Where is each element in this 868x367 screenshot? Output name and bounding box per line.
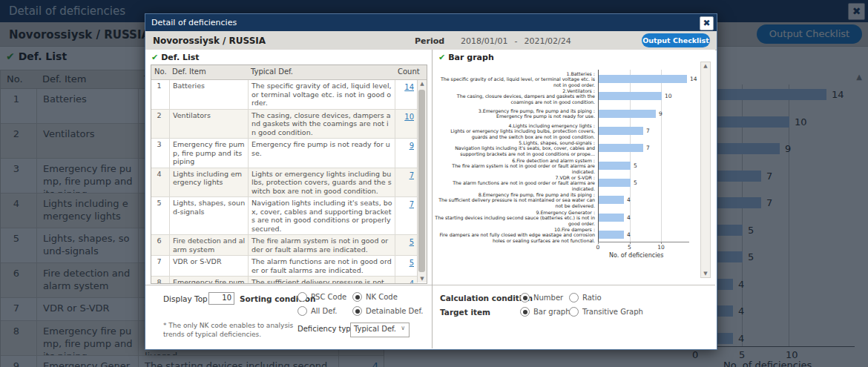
radio-label: Detainable Def. [366, 307, 423, 315]
count-link[interactable]: 5 [410, 238, 414, 246]
chart-bar [599, 196, 624, 204]
radio-number[interactable]: Number [520, 293, 563, 302]
cell-no: 1 [151, 80, 169, 109]
chart-bar-label-desc: The starting devices including second sa… [433, 215, 595, 226]
chart-bar-label-desc: Emergency fire pump is not ready for use… [433, 113, 595, 119]
period-start: 2018/01/01 [461, 36, 507, 46]
col-no: No. [151, 65, 169, 79]
dialog-close-button[interactable]: ✖ [700, 16, 714, 30]
chart-bar-value: 5 [634, 179, 637, 186]
radio-transitive-graph[interactable]: Transitive Graph [569, 307, 643, 317]
chart-bar-value: 5 [634, 162, 637, 169]
count-link[interactable]: 9 [410, 142, 414, 150]
scroll-thumb[interactable] [418, 90, 425, 272]
radio-psc-code[interactable]: PSC Code [297, 292, 346, 302]
count-link[interactable]: 10 [404, 113, 414, 121]
scroll-down-icon[interactable]: ▼ [418, 276, 427, 282]
def-list-panel: ✔Def. List No. Def. Item Typical Def. Co… [145, 50, 432, 348]
radio-button-icon [520, 307, 530, 317]
chart-bar-label-desc: Fire dampers are not fully closed with e… [433, 232, 595, 243]
chart-bar-label-desc: Lights or emergency lights including bul… [433, 128, 595, 139]
cell-count: 7 [395, 197, 418, 234]
count-link[interactable]: 14 [404, 83, 414, 91]
scroll-up-icon[interactable]: ▲ [701, 63, 710, 69]
chart-bar [599, 127, 643, 135]
radio-bar-graph[interactable]: Bar graph [520, 307, 571, 317]
period-label: Period [415, 36, 444, 46]
radio-detainable-def-[interactable]: Detainable Def. [352, 306, 423, 316]
cell-typical-def: Emergency fire pump is not ready for use… [248, 139, 395, 168]
detail-of-deficiencies-dialog: Detail of deficiencies ✖ Novorossiysk / … [145, 13, 717, 350]
def-table: No. Def. Item Typical Def. Count 1Batter… [151, 65, 427, 284]
radio-label: Ratio [582, 294, 602, 302]
cell-typical-def: The sufficient delivery pressure is not … [248, 277, 395, 284]
radio-all-def-[interactable]: All Def. [297, 306, 337, 316]
chart-bar [599, 179, 631, 187]
cell-no: 3 [151, 139, 169, 168]
cell-count: 9 [395, 139, 418, 168]
chevron-down-icon: ∨ [401, 325, 405, 331]
cell-no: 4 [151, 168, 169, 197]
cell-typical-def: The casing, closure devices, dampers and… [248, 110, 395, 139]
cell-no: 8 [151, 277, 169, 284]
def-list-title: ✔Def. List [151, 53, 200, 62]
chart-bar [599, 92, 662, 100]
radio-button-icon [569, 307, 579, 317]
cell-typical-def: Navigation lights including it's seats, … [248, 197, 395, 234]
cell-def-item: VDR or S-VDR [169, 256, 248, 276]
chart-bar-label-desc: Navigation lights including it's seats, … [433, 145, 595, 156]
graph-controls: Calculation condition NumberRatio Target… [433, 285, 715, 349]
deficiency-type-select[interactable]: Typical Def. ∨ [350, 323, 410, 337]
def-table-body: 1BatteriesThe specific gravity of acid, … [151, 80, 418, 284]
radio-button-icon [352, 292, 362, 302]
chart-bar-label: 1.Batteries :The specific gravity of aci… [433, 71, 595, 87]
chart-bar [599, 144, 643, 152]
port-title: Novorossiysk / RUSSIA [153, 36, 266, 46]
table-row: 6Fire detection and alarm systemThe fire… [151, 235, 418, 256]
radio-label: Transitive Graph [582, 308, 643, 316]
cell-no: 2 [151, 110, 169, 139]
chart-bar-label-title: 1.Batteries : [433, 71, 595, 76]
chart-bar-label-title: 10.Fire dampers : [433, 227, 595, 232]
chart-bar-label: 8.Emergency fire pump, fire pump and its… [433, 192, 595, 208]
scroll-down-icon[interactable]: ▼ [701, 271, 710, 277]
radio-label: Number [533, 294, 563, 302]
count-link[interactable]: 5 [410, 259, 414, 267]
radio-button-icon [569, 293, 579, 302]
chart-bar-label-title: 5.Lights, shapes, sound-signals : [433, 140, 595, 145]
list-controls: Display Top 10 Sorting condition PSC Cod… [145, 285, 432, 349]
cell-typical-def: Lights or emergency lights including bul… [248, 168, 395, 197]
table-row: 1BatteriesThe specific gravity of acid, … [151, 80, 418, 110]
cell-no: 6 [151, 235, 169, 255]
chart-xlabel: No. of deficiencies [609, 252, 663, 259]
cell-count: 7 [395, 168, 418, 197]
chart-bar-label: 9.Emergency Generator :The starting devi… [433, 210, 595, 226]
chart-bar-label-title: 3.Emergency fire pump, fire pump and its… [433, 108, 595, 113]
chart-scrollbar[interactable]: ▲ ▼ [700, 62, 711, 278]
check-icon: ✔ [151, 53, 158, 62]
chart-bar [599, 75, 687, 83]
table-row: 7VDR or S-VDRThe alarm functions are not… [151, 256, 418, 277]
count-link[interactable]: 7 [410, 171, 414, 179]
output-checklist-button[interactable]: Output Checklist [642, 33, 710, 47]
radio-nk-code[interactable]: NK Code [352, 292, 398, 302]
chart-bar-label: 5.Lights, shapes, sound-signals :Navigat… [433, 140, 595, 156]
target-item-label: Target item [440, 308, 490, 317]
cell-def-item: Batteries [169, 80, 248, 109]
table-row: 8Emergency fire pump, fire pump and its … [151, 277, 418, 284]
table-scrollbar[interactable]: ▲ ▼ [417, 80, 427, 282]
chart-bar-label-desc: The alarm functions are not in good orde… [433, 180, 595, 191]
count-link[interactable]: 4 [410, 280, 414, 284]
dialog-content: ✔Def. List No. Def. Item Typical Def. Co… [145, 50, 715, 348]
radio-button-icon [297, 292, 307, 302]
chart-bar-value: 4 [627, 196, 631, 203]
radio-ratio[interactable]: Ratio [569, 293, 602, 302]
chart-tick-label: 0 [596, 244, 600, 251]
table-row: 2VentilatorsThe casing, closure devices,… [151, 110, 418, 139]
scroll-up-icon[interactable]: ▲ [418, 81, 427, 87]
chart-bar-label-desc: The casing, closure devices, dampers and… [433, 93, 595, 105]
display-top-input[interactable]: 10 [208, 292, 234, 305]
count-link[interactable]: 7 [410, 200, 414, 208]
radio-label: NK Code [366, 293, 398, 301]
chart-bar-label-title: 6.Fire detection and alarm system : [433, 158, 595, 163]
